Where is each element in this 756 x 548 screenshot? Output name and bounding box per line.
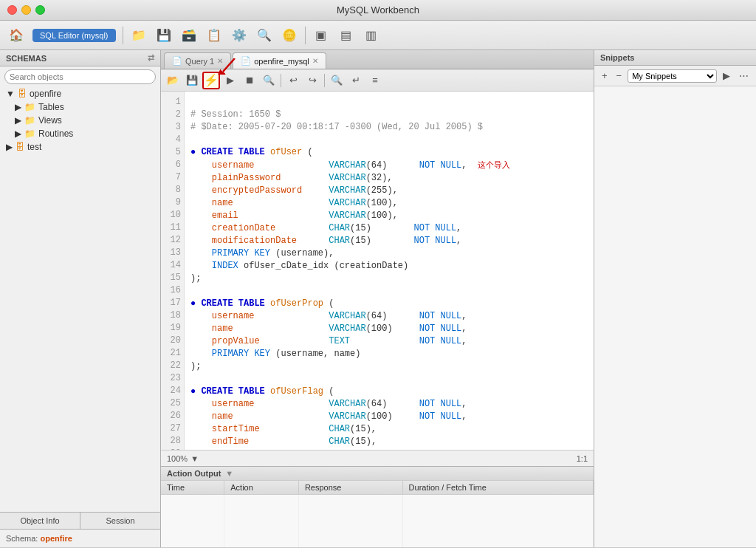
zoom-control: 100% ▼: [167, 454, 199, 463]
schema-icon: 🗄: [18, 89, 27, 99]
schema-info: Schema: openfire: [0, 529, 160, 547]
sql-toolbar-sep2: [324, 74, 325, 87]
explain-button[interactable]: 🔍: [260, 72, 278, 89]
tree-tables[interactable]: ▶ 📁 Tables: [0, 100, 160, 114]
toolbar-separator-2: [305, 27, 306, 44]
col-time: Time: [161, 481, 224, 495]
search-button[interactable]: 🔍: [252, 24, 276, 47]
title-bar: MySQL Workbench: [0, 0, 756, 21]
routines-label: Routines: [38, 129, 73, 139]
table-button[interactable]: 📋: [202, 24, 226, 47]
snippets-content: [594, 86, 756, 547]
layout-button-3[interactable]: ▥: [360, 24, 383, 47]
editor-snippets-area: 📄 Query 1 ✕ 📄 openfire_mysql ✕ 📂: [161, 50, 756, 547]
save-button[interactable]: 💾: [152, 24, 176, 47]
session-tab[interactable]: Session: [80, 513, 160, 529]
routine-button[interactable]: ⚙️: [227, 24, 251, 47]
snippets-header: Snippets: [594, 50, 756, 66]
routines-folder-icon: 📁: [24, 129, 35, 139]
undo-button[interactable]: ↩: [284, 72, 302, 89]
query1-tab[interactable]: 📄 Query 1 ✕: [164, 52, 231, 69]
sidebar-tabs: Object Info Session: [0, 512, 160, 529]
schemas-header: SCHEMAS ⇄: [0, 50, 160, 66]
schema-test[interactable]: ▶ 🗄 test: [0, 140, 160, 154]
views-folder-icon: 📁: [24, 115, 35, 126]
snippet-more-button[interactable]: ⋯: [736, 69, 752, 83]
views-label: Views: [38, 115, 62, 126]
snippet-run-button[interactable]: ▶: [720, 69, 733, 83]
sql-toolbar-sep1: [281, 74, 281, 87]
schema-openfire[interactable]: ▼ 🗄 openfire: [0, 87, 160, 100]
search-schemas-container: [4, 69, 156, 84]
object-info-tab[interactable]: Object Info: [0, 513, 80, 529]
test-schema-icon: 🗄: [16, 142, 24, 152]
open-sql-button[interactable]: 📂: [164, 72, 182, 89]
line-numbers: 12345 678910 1112131415 1617181920 21222…: [161, 92, 185, 450]
code-editor: 12345 678910 1112131415 1617181920 21222…: [161, 92, 594, 450]
arrow-right-icon-4: ▶: [6, 142, 13, 152]
execute-current-button[interactable]: ▶: [221, 72, 239, 89]
maximize-button[interactable]: [35, 5, 45, 15]
schema-tree: ▼ 🗄 openfire ▶ 📁 Tables ▶ 📁 Views: [0, 87, 160, 512]
search-schemas-input[interactable]: [4, 69, 156, 84]
code-content[interactable]: # Session: 1650 $ # $Date: 2005-07-20 00…: [185, 92, 594, 450]
tables-folder-icon: 📁: [24, 102, 35, 112]
schemas-expand-icon[interactable]: ⇄: [148, 53, 154, 63]
openfire-tab-label: openfire_mysql: [254, 57, 309, 66]
openfire-mysql-tab[interactable]: 📄 openfire_mysql ✕: [233, 52, 326, 69]
tree-views[interactable]: ▶ 📁 Views: [0, 114, 160, 127]
output-cell-2: [224, 495, 299, 548]
save-sql-button[interactable]: 💾: [183, 72, 201, 89]
output-row-empty: [161, 495, 594, 548]
redo-button[interactable]: ↪: [303, 72, 321, 89]
openfire-tab-icon: 📄: [241, 56, 251, 66]
snippets-toolbar: + − My Snippets ▶ ⋯: [594, 66, 756, 86]
snippets-panel: Snippets + − My Snippets ▶ ⋯: [594, 50, 756, 547]
toolbar-separator-1: [123, 27, 123, 44]
layout-button-2[interactable]: ▤: [334, 24, 358, 47]
arrow-right-icon: ▶: [15, 102, 21, 112]
action-output-toggle[interactable]: ▼: [225, 469, 233, 478]
tree-routines[interactable]: ▶ 📁 Routines: [0, 127, 160, 140]
cursor-position: 1:1: [577, 454, 588, 463]
execute-button[interactable]: ⚡: [202, 72, 220, 89]
action-output-header: Action Output ▼: [161, 467, 594, 481]
main-content: SCHEMAS ⇄ ▼ 🗄 openfire ▶ 📁: [0, 50, 756, 547]
test-label: test: [27, 142, 41, 152]
minimize-button[interactable]: [21, 5, 31, 15]
tables-label: Tables: [38, 102, 64, 112]
layout-button-1[interactable]: ▣: [309, 24, 333, 47]
action-output-panel: Action Output ▼ Time Action Response Dur…: [161, 466, 594, 547]
main-toolbar: 🏠 SQL Editor (mysql) 📁 💾 🗃️ 📋 ⚙️ 🔍 🪙 ▣ ▤…: [0, 21, 756, 50]
query1-tab-icon: 📄: [172, 56, 182, 66]
arrow-down-icon: ▼: [6, 89, 15, 99]
format-button[interactable]: ≡: [366, 72, 384, 89]
col-action: Action: [224, 481, 299, 495]
word-wrap-button[interactable]: ↵: [347, 72, 365, 89]
coin-button[interactable]: 🪙: [278, 24, 301, 47]
home-button[interactable]: 🏠: [4, 24, 28, 47]
schema-button[interactable]: 🗃️: [177, 24, 201, 47]
query1-tab-close[interactable]: ✕: [217, 57, 223, 65]
zoom-value: 100%: [167, 454, 188, 463]
snippet-add-button[interactable]: +: [599, 69, 611, 83]
openfire-tab-close[interactable]: ✕: [312, 57, 318, 65]
editor-tab-bar: 📄 Query 1 ✕ 📄 openfire_mysql ✕: [161, 50, 594, 69]
snippet-delete-button[interactable]: −: [614, 69, 625, 83]
zoom-down-icon[interactable]: ▼: [190, 454, 199, 463]
search-sql-button[interactable]: 🔍: [328, 72, 346, 89]
output-cell-1: [161, 495, 224, 548]
close-button[interactable]: [7, 5, 17, 15]
action-output-label: Action Output: [167, 469, 221, 478]
window-controls: [7, 5, 45, 15]
schema-openfire-label: openfire: [30, 89, 61, 99]
output-table: Time Action Response Duration / Fetch Ti…: [161, 481, 594, 547]
sql-editor-toolbar: 📂 💾 ⚡: [161, 69, 594, 92]
open-file-button[interactable]: 📁: [127, 24, 151, 47]
output-cell-3: [298, 495, 402, 548]
output-cell-4: [402, 495, 593, 548]
sql-editor-tab[interactable]: SQL Editor (mysql): [32, 29, 116, 42]
stop-button[interactable]: ⏹: [241, 72, 258, 89]
window-title: MySQL Workbench: [337, 4, 419, 16]
snippets-selector[interactable]: My Snippets: [628, 69, 717, 83]
